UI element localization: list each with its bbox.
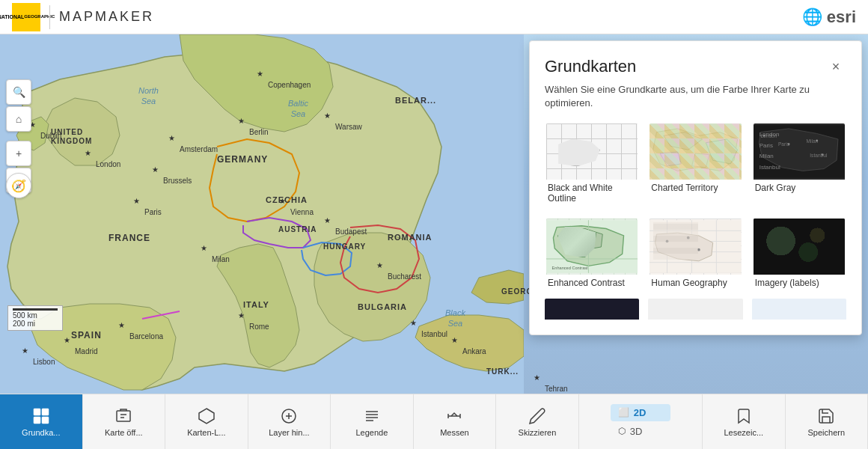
svg-rect-12 — [650, 126, 741, 179]
svg-text:road: road — [816, 230, 824, 234]
grundkarten-panel: Grundkarten × Wählen Sie eine Grundkarte… — [529, 40, 862, 335]
basemap-item-darkgray[interactable]: London Paris Milan Istanbul Dark Gray — [752, 122, 846, 208]
basemap-partial-row — [545, 299, 846, 320]
basemap-thumb-darkgray: London Paris Milan Istanbul — [754, 123, 845, 180]
2d-toggle-item[interactable]: ⬜ 2D — [611, 404, 670, 421]
svg-rect-54 — [759, 257, 780, 270]
svg-rect-34 — [650, 221, 741, 274]
svg-text:building: building — [760, 232, 774, 236]
svg-point-26 — [816, 140, 818, 142]
home-icon: ⌂ — [16, 113, 22, 125]
svg-point-27 — [821, 154, 823, 156]
svg-marker-17 — [692, 153, 710, 168]
layer-hinzu-icon — [280, 407, 298, 425]
karte-oeffnen-button[interactable]: Karte öff... — [83, 394, 166, 450]
karten-layout-label: Karten-L... — [187, 428, 225, 437]
ng-divider — [49, 5, 50, 29]
esri-globe-icon: 🌐 — [802, 7, 822, 27]
svg-rect-50 — [813, 225, 828, 238]
svg-line-60 — [785, 221, 786, 274]
compass-button[interactable]: 🧭 — [6, 173, 31, 198]
messen-icon — [445, 407, 463, 425]
basemap-label-charted: Charted Territory — [650, 183, 741, 196]
svg-rect-48 — [776, 226, 789, 236]
3d-label: 3D — [630, 426, 643, 437]
compass-icon: 🧭 — [11, 179, 26, 193]
plus-icon: + — [16, 147, 22, 159]
basemap-item-charted[interactable]: Charted Territory — [648, 122, 742, 208]
ng-logo: NATIONAL GEOGRAPHIC — [12, 3, 40, 31]
svg-rect-64 — [42, 417, 49, 424]
basemap-label-humangeo: Human Geography — [650, 278, 741, 291]
panel-close-button[interactable]: × — [825, 56, 846, 77]
karte-oeffnen-icon — [114, 407, 132, 425]
city-label-tehran: Tehran — [545, 385, 568, 393]
search-icon: 🔍 — [13, 86, 25, 98]
basemap-label-bw: Black and WhiteOutline — [546, 183, 638, 207]
layer-hinzu-label: Layer hin... — [269, 428, 309, 437]
basemap-partial-thumb-1 — [545, 299, 639, 320]
svg-rect-56 — [812, 258, 839, 269]
svg-rect-63 — [34, 417, 40, 424]
karten-layout-icon — [198, 407, 216, 425]
2d-label: 2D — [634, 407, 647, 418]
svg-rect-62 — [42, 409, 49, 415]
home-button[interactable]: ⌂ — [6, 106, 31, 132]
basemap-item-enhanced[interactable]: Enhanced Contrast Enhanced Contrast — [545, 217, 639, 293]
skizzieren-icon — [528, 407, 546, 425]
layer-hinzu-button[interactable]: Layer hin... — [248, 394, 331, 450]
grundkarten-button[interactable]: Grundka... — [0, 394, 83, 450]
svg-rect-65 — [117, 411, 130, 421]
view-mode-toggle[interactable]: ⬜ 2D ⬡ 3D — [579, 394, 703, 450]
scale-line — [13, 308, 58, 311]
mapmaker-title: MAPMAKER — [59, 9, 154, 25]
svg-point-45 — [697, 248, 700, 251]
legende-button[interactable]: Legende — [331, 394, 414, 450]
svg-point-24 — [762, 135, 765, 137]
grundkarten-icon — [32, 407, 50, 425]
bottom-toolbar: Grundka... Karte öff... Karten-L... — [0, 394, 868, 449]
legende-label: Legende — [355, 428, 388, 437]
svg-rect-61 — [34, 409, 40, 415]
basemap-grid: Black and WhiteOutline Charted Territory — [545, 122, 846, 293]
svg-marker-13 — [653, 129, 738, 171]
panel-header: Grundkarten × — [545, 56, 846, 77]
2d-icon: ⬜ — [618, 407, 629, 418]
svg-line-59 — [754, 246, 845, 247]
basemap-item-bw[interactable]: Black and WhiteOutline — [545, 122, 639, 208]
svg-point-43 — [666, 240, 669, 243]
search-button[interactable]: 🔍 — [6, 79, 31, 105]
svg-point-25 — [787, 144, 789, 146]
svg-rect-49 — [790, 222, 811, 238]
skizzieren-button[interactable]: Skizzieren — [496, 394, 579, 450]
svg-text:London: London — [760, 134, 777, 139]
basemap-label-enhanced: Enhanced Contrast — [546, 278, 638, 291]
svg-marker-68 — [199, 409, 214, 424]
karte-oeffnen-label: Karte öff... — [105, 428, 143, 437]
speichern-button[interactable]: Speichern — [786, 394, 868, 450]
basemap-label-darkgray: Dark Gray — [754, 183, 845, 196]
basemap-item-humangeo[interactable]: Human Geography — [648, 217, 742, 293]
svg-marker-15 — [706, 139, 738, 164]
lesezeichen-label: Lesezeic... — [724, 428, 763, 437]
speichern-icon — [817, 407, 835, 425]
lesezeichen-button[interactable]: Lesezeic... — [703, 394, 786, 450]
karten-layout-button[interactable]: Karten-L... — [165, 394, 248, 450]
esri-text: esri — [827, 7, 856, 27]
esri-logo: 🌐 esri — [802, 7, 856, 27]
panel-title: Grundkarten — [545, 57, 636, 76]
basemap-thumb-bw — [546, 123, 638, 180]
messen-button[interactable]: Messen — [414, 394, 497, 450]
panel-subtitle: Wählen Sie eine Grundkarte aus, um die F… — [545, 83, 846, 110]
zoom-in-button[interactable]: + — [6, 141, 31, 166]
basemap-thumb-charted — [650, 123, 741, 180]
svg-marker-16 — [660, 152, 681, 166]
grundkarten-label: Grundka... — [22, 428, 60, 437]
basemap-thumb-enhanced: Enhanced Contrast — [546, 219, 638, 275]
basemap-item-imagery[interactable]: building road Imagery (labels) — [752, 217, 846, 293]
ng-yellow-box: NATIONAL GEOGRAPHIC — [12, 3, 40, 31]
basemap-label-imagery: Imagery (labels) — [754, 278, 845, 291]
messen-label: Messen — [440, 428, 469, 437]
3d-toggle-item[interactable]: ⬡ 3D — [611, 423, 670, 440]
scale-km: 500 km — [13, 311, 58, 320]
